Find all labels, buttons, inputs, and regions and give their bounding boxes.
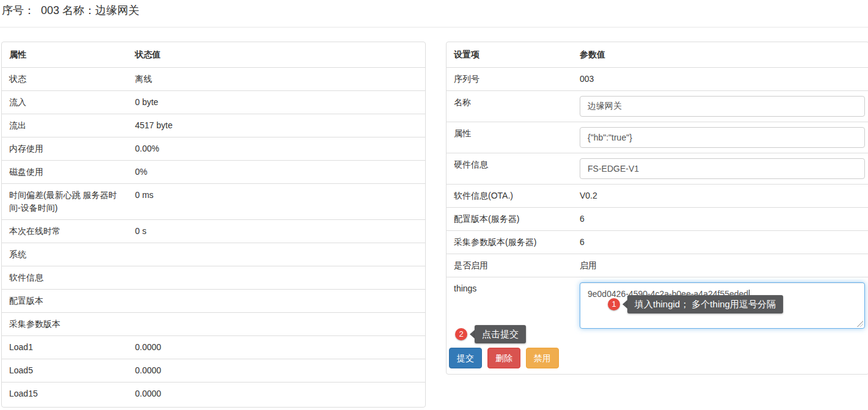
attributes-input[interactable] [580,127,865,148]
setting-row-attributes: 属性 [447,122,868,153]
row-value: 003 [577,68,868,91]
row-label: 状态 [2,68,133,91]
row-value: 0 ms [133,184,425,220]
row-label: 软件信息 [2,266,133,290]
row-value: 0.0000 [133,359,425,383]
status-row-memory: 内存使用 0.00% [2,137,425,161]
text-caret [749,290,749,299]
status-table: 属性 状态值 状态 离线 流入 0 byte 流出 4517 byte [2,42,425,405]
row-label: 采集参数版本 [2,313,133,336]
setting-row-software-ota: 软件信息(OTA.) V0.2 [447,185,868,208]
name-input[interactable] [580,96,865,117]
setting-row-serial: 序列号 003 [447,68,868,91]
things-textarea[interactable]: 9e0d0426-4590-4c2a-b0ee-a4a24f55eded [580,282,865,329]
row-value: 6 [577,208,868,231]
device-settings-panel: 设置项 参数值 序列号 003 名称 属性 [446,42,868,375]
setting-row-enabled: 是否启用 启用 [447,254,868,277]
setting-row-collect-version: 采集参数版本(服务器) 6 [447,231,868,254]
row-label: 属性 [447,122,577,153]
status-row-system: 系统 [2,243,425,266]
row-label: 时间偏差(最新心跳 服务器时间-设备时间) [2,184,133,220]
row-label: Load15 [2,383,133,406]
row-label: 配置版本(服务器) [447,208,577,231]
row-label: 序列号 [447,68,577,91]
row-value [133,290,425,313]
submit-button[interactable]: 提交 [449,348,482,368]
disable-button[interactable]: 禁用 [526,348,559,368]
row-value: 0.00% [133,137,425,161]
setting-row-things: things 9e0d0426-4590-4c2a-b0ee-a4a24f55e… [447,277,868,334]
row-value [133,266,425,290]
status-row-collect-version: 采集参数版本 [2,313,425,336]
status-row-state: 状态 离线 [2,68,425,91]
status-row-outflow: 流出 4517 byte [2,114,425,137]
status-row-time-offset: 时间偏差(最新心跳 服务器时间-设备时间) 0 ms [2,184,425,220]
row-value: 6 [577,231,868,254]
row-label: 配置版本 [2,290,133,313]
row-label: 采集参数版本(服务器) [447,231,577,254]
status-table-header-row: 属性 状态值 [2,42,425,68]
row-value: 0.0000 [133,336,425,359]
row-label: Load1 [2,336,133,359]
row-label: 硬件信息 [447,153,577,185]
device-status-panel: 属性 状态值 状态 离线 流入 0 byte 流出 4517 byte [1,42,426,408]
row-label: Load5 [2,359,133,383]
row-label: 本次在线时常 [2,220,133,243]
status-row-inflow: 流入 0 byte [2,91,425,114]
settings-table-header-row: 设置项 参数值 [447,42,868,68]
row-value: 4517 byte [133,114,425,137]
row-value: 启用 [577,254,868,277]
row-label: things [447,277,577,334]
row-label: 流入 [2,91,133,114]
page-title: 序号： 003 名称：边缘网关 [0,0,868,17]
actions-bar: 提交 删除 禁用 [447,334,868,374]
setting-row-config-version: 配置版本(服务器) 6 [447,208,868,231]
status-row-load15: Load15 0.0000 [2,383,425,406]
row-label: 是否启用 [447,254,577,277]
status-row-online-duration: 本次在线时常 0 s [2,220,425,243]
row-value: 0 byte [133,91,425,114]
row-label: 系统 [2,243,133,266]
status-row-disk: 磁盘使用 0% [2,161,425,184]
settings-table: 设置项 参数值 序列号 003 名称 属性 [447,42,868,334]
row-label: 名称 [447,91,577,122]
column-header-status-value: 状态值 [133,42,425,68]
delete-button[interactable]: 删除 [487,348,520,368]
row-value [133,243,425,266]
resize-handle-icon[interactable] [857,321,863,327]
hardware-input[interactable] [580,158,865,179]
row-value [133,313,425,336]
setting-row-hardware: 硬件信息 [447,153,868,185]
row-value: 0.0000 [133,383,425,406]
row-label: 流出 [2,114,133,137]
status-row-software-info: 软件信息 [2,266,425,290]
row-label: 磁盘使用 [2,161,133,184]
row-value: 离线 [133,68,425,91]
column-header-param-value: 参数值 [577,42,868,68]
row-value: 0 s [133,220,425,243]
status-row-load1: Load1 0.0000 [2,336,425,359]
row-label: 软件信息(OTA.) [447,185,577,208]
column-header-setting: 设置项 [447,42,577,68]
things-textarea-value: 9e0d0426-4590-4c2a-b0ee-a4a24f55eded [588,289,748,299]
row-value: V0.2 [577,185,868,208]
setting-row-name: 名称 [447,91,868,122]
panels-container: 属性 状态值 状态 离线 流入 0 byte 流出 4517 byte [0,27,868,408]
status-row-config-version: 配置版本 [2,290,425,313]
row-label: 内存使用 [2,137,133,161]
status-row-load5: Load5 0.0000 [2,359,425,383]
column-header-property: 属性 [2,42,133,68]
row-value: 0% [133,161,425,184]
